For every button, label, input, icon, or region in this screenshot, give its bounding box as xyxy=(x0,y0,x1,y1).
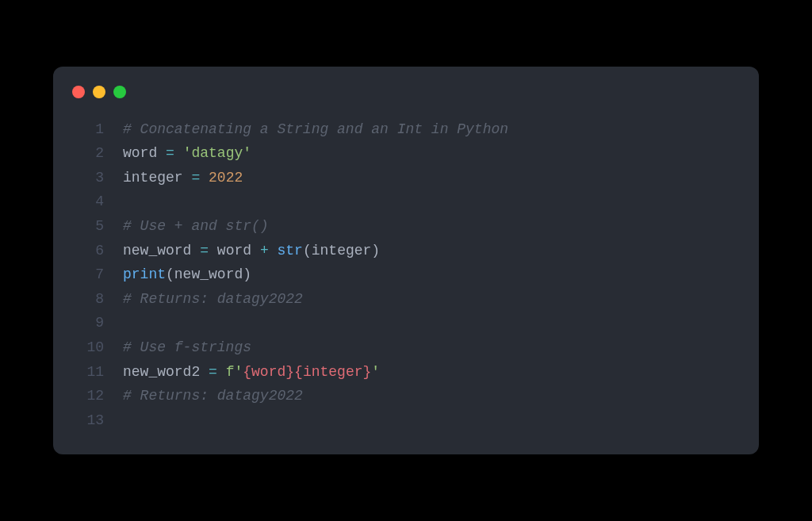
code-line: 7print(new_word) xyxy=(75,262,737,287)
token-string: f' xyxy=(226,364,243,380)
token-operator: = xyxy=(191,170,200,186)
line-number: 10 xyxy=(75,335,104,360)
token-operator: = xyxy=(200,243,209,259)
code-line: 3integer = 2022 xyxy=(75,166,737,190)
token-plain xyxy=(269,243,278,259)
token-plain xyxy=(251,243,260,259)
line-number: 11 xyxy=(75,360,104,385)
code-line: 8# Returns: datagy2022 xyxy=(75,287,737,312)
token-variable: integer xyxy=(123,170,183,186)
code-content: new_word2 = f'{word}{integer}' xyxy=(123,360,737,385)
token-string: 'datagy' xyxy=(183,145,251,161)
token-comment: # Returns: datagy2022 xyxy=(123,291,303,307)
code-line: 12# Returns: datagy2022 xyxy=(75,384,737,408)
line-number: 8 xyxy=(75,287,104,312)
token-variable: new_word xyxy=(123,243,191,259)
line-number: 2 xyxy=(75,141,104,166)
token-comment: # Use f-strings xyxy=(123,339,251,355)
line-number: 12 xyxy=(75,384,104,408)
token-plain xyxy=(209,243,217,259)
token-plain xyxy=(217,364,226,380)
token-plain xyxy=(191,243,200,259)
token-fstring-expr: {word}{integer} xyxy=(243,364,371,380)
code-line: 2word = 'datagy' xyxy=(75,141,737,166)
code-content xyxy=(123,408,737,433)
code-content xyxy=(123,190,737,214)
token-number: 2022 xyxy=(209,170,243,186)
line-number: 7 xyxy=(75,262,104,287)
code-line: 13 xyxy=(75,408,737,433)
token-plain xyxy=(174,145,183,161)
code-line: 11new_word2 = f'{word}{integer}' xyxy=(75,360,737,385)
token-variable: word xyxy=(217,243,251,259)
code-line: 10# Use f-strings xyxy=(75,335,737,360)
minimize-icon[interactable] xyxy=(93,86,105,98)
token-comment: # Use + and str() xyxy=(123,218,269,234)
code-content: # Use f-strings xyxy=(123,335,737,360)
line-number: 13 xyxy=(75,408,104,433)
token-string: ' xyxy=(371,364,380,380)
token-plain xyxy=(200,170,209,186)
code-line: 6new_word = word + str(integer) xyxy=(75,239,737,263)
code-line: 4 xyxy=(75,190,737,214)
code-content: new_word = word + str(integer) xyxy=(123,239,737,263)
token-operator: = xyxy=(166,145,174,161)
token-builtin: print xyxy=(123,266,166,282)
token-operator: + xyxy=(260,243,269,259)
code-line: 5# Use + and str() xyxy=(75,214,737,239)
line-number: 6 xyxy=(75,239,104,263)
maximize-icon[interactable] xyxy=(113,86,126,98)
line-number: 4 xyxy=(75,190,104,214)
code-content xyxy=(123,311,737,335)
token-comment: # Returns: datagy2022 xyxy=(123,388,303,404)
token-variable: word xyxy=(123,145,157,161)
token-plain: (new_word) xyxy=(166,266,251,282)
token-comment: # Concatenating a String and an Int in P… xyxy=(123,121,508,137)
code-editor[interactable]: 1# Concatenating a String and an Int in … xyxy=(53,117,759,433)
token-plain xyxy=(157,145,166,161)
token-plain xyxy=(200,364,209,380)
token-plain: (integer) xyxy=(303,243,380,259)
token-builtin: str xyxy=(278,243,303,259)
code-content: # Returns: datagy2022 xyxy=(123,384,737,408)
close-icon[interactable] xyxy=(72,86,85,98)
code-line: 1# Concatenating a String and an Int in … xyxy=(75,117,737,142)
code-line: 9 xyxy=(75,311,737,335)
line-number: 3 xyxy=(75,166,104,190)
code-content: # Concatenating a String and an Int in P… xyxy=(123,117,737,142)
token-operator: = xyxy=(209,364,217,380)
token-variable: new_word2 xyxy=(123,364,200,380)
token-plain xyxy=(183,170,192,186)
code-content: integer = 2022 xyxy=(123,166,737,190)
code-window: 1# Concatenating a String and an Int in … xyxy=(53,67,759,455)
line-number: 5 xyxy=(75,214,104,239)
code-content: # Returns: datagy2022 xyxy=(123,287,737,312)
line-number: 1 xyxy=(75,117,104,142)
line-number: 9 xyxy=(75,311,104,335)
code-content: word = 'datagy' xyxy=(123,141,737,166)
code-content: # Use + and str() xyxy=(123,214,737,239)
window-titlebar xyxy=(53,86,759,98)
code-content: print(new_word) xyxy=(123,262,737,287)
